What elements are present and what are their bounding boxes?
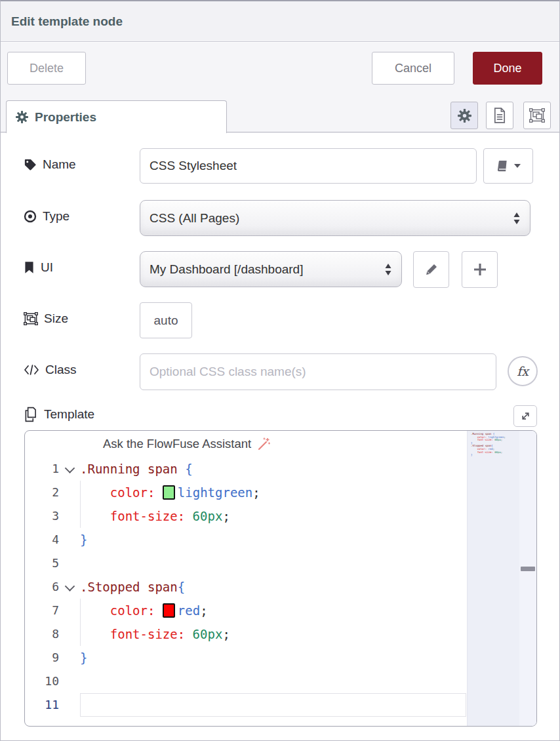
expand-icon [521, 411, 530, 421]
size-label: Size [24, 311, 68, 326]
copy-icon [24, 407, 38, 422]
fold-gutter [59, 670, 80, 693]
type-select-value: CSS (All Pages) [150, 211, 239, 226]
code-token [80, 485, 110, 500]
editor-line[interactable]: 10 [25, 670, 536, 693]
editor-minimap[interactable]: .Running span { color: lightgreen; font-… [467, 431, 519, 726]
assistant-banner[interactable]: Ask the FlowFuse Assistant [25, 431, 536, 457]
editor-line[interactable]: 2 color: lightgreen; [25, 481, 536, 504]
fold-gutter [59, 504, 80, 528]
code-text[interactable]: .Running span { [80, 457, 466, 481]
code-text[interactable]: font-size: 60px; [80, 504, 466, 528]
code-text[interactable]: color: red; [80, 599, 466, 622]
editor-line[interactable]: 9} [25, 646, 536, 670]
name-label: Name [24, 157, 76, 172]
editor-line[interactable]: 8 font-size: 60px; [25, 622, 536, 646]
line-number: 11 [25, 693, 59, 717]
fold-gutter [59, 528, 80, 551]
editor-line[interactable]: 3 font-size: 60px; [25, 504, 536, 528]
dialog-header: Edit template node [1, 1, 559, 42]
code-token: { [178, 580, 185, 594]
delete-button[interactable]: Delete [7, 52, 86, 85]
tab-row: Properties [1, 97, 559, 133]
tag-icon [24, 158, 37, 171]
line-number: 8 [25, 622, 59, 646]
code-token: font-size: [110, 627, 185, 641]
code-text[interactable]: } [80, 528, 466, 551]
code-text[interactable] [80, 693, 466, 717]
editor-line[interactable]: 6.Stopped span{ [25, 575, 536, 599]
object-group-icon [529, 108, 545, 123]
ui-select[interactable]: My Dashboard [/dashboard] [140, 251, 402, 287]
edit-ui-button[interactable] [413, 251, 449, 288]
line-number: 7 [25, 599, 59, 622]
code-text[interactable] [80, 670, 466, 693]
select-updown-icon [384, 263, 392, 276]
tab-properties-label: Properties [35, 110, 96, 125]
code-text[interactable]: .Stopped span{ [80, 575, 466, 599]
class-label: Class [24, 363, 77, 377]
ui-label: UI [24, 260, 53, 275]
code-token: 60px [193, 509, 223, 523]
description-tab-button[interactable] [486, 102, 513, 129]
line-number: 6 [25, 575, 59, 599]
bookmark-icon [24, 261, 35, 274]
code-token: ; [200, 603, 207, 618]
fold-chevron-icon[interactable] [59, 457, 80, 481]
code-token: ; [222, 627, 230, 641]
label-options-button[interactable] [483, 148, 533, 184]
gear-icon [16, 111, 28, 123]
editor-scrollbar[interactable] [519, 431, 536, 726]
color-swatch[interactable] [163, 603, 175, 618]
fold-gutter [59, 599, 80, 622]
done-button[interactable]: Done [473, 52, 542, 85]
code-text[interactable]: font-size: 60px; [80, 622, 466, 646]
expand-editor-button[interactable] [513, 405, 537, 427]
fold-chevron-icon[interactable] [59, 575, 80, 599]
code-token: ; [252, 485, 260, 500]
edit-template-node-dialog: Edit template node Delete Cancel Done Pr… [0, 0, 560, 741]
object-group-icon [24, 312, 38, 325]
line-number: 2 [25, 481, 59, 504]
code-token: } [80, 651, 87, 665]
size-button[interactable]: auto [140, 302, 192, 338]
fold-gutter [59, 646, 80, 670]
editor-line[interactable]: 4} [25, 528, 536, 551]
add-ui-button[interactable] [462, 251, 498, 288]
type-select[interactable]: CSS (All Pages) [140, 200, 530, 236]
code-token [80, 603, 110, 618]
magic-wand-icon [256, 437, 271, 451]
dialog-title: Edit template node [11, 14, 123, 29]
caret-down-icon [514, 164, 521, 168]
fold-gutter [59, 693, 80, 717]
template-label: Template [24, 407, 94, 422]
cancel-button[interactable]: Cancel [372, 52, 454, 85]
code-text[interactable] [80, 551, 466, 575]
tab-properties[interactable]: Properties [6, 100, 227, 133]
code-token: .Stopped span [80, 580, 178, 594]
editor-line[interactable]: 1.Running span { [25, 457, 536, 481]
properties-tab-button[interactable] [450, 102, 478, 129]
template-code-editor[interactable]: Ask the FlowFuse Assistant 1.Running spa… [24, 430, 537, 727]
code-text[interactable]: } [80, 646, 466, 670]
editor-lines[interactable]: 1.Running span {2 color: lightgreen;3 fo… [25, 457, 536, 717]
code-token: { [185, 462, 192, 476]
editor-line[interactable]: 11 [25, 693, 536, 717]
code-text[interactable]: color: lightgreen; [80, 481, 466, 504]
assistant-label: Ask the FlowFuse Assistant [103, 437, 251, 451]
editor-line[interactable]: 7 color: red; [25, 599, 536, 622]
code-token: red [178, 603, 200, 618]
class-input[interactable] [140, 353, 496, 390]
editor-line[interactable]: 5 [25, 551, 536, 575]
name-input[interactable] [140, 148, 477, 184]
scrollbar-thumb[interactable] [521, 567, 535, 571]
fx-button[interactable]: fx [508, 356, 538, 386]
code-token [155, 603, 162, 618]
dot-circle-icon [24, 210, 37, 223]
line-number: 1 [25, 457, 59, 481]
appearance-tab-button[interactable] [523, 102, 551, 129]
color-swatch[interactable] [163, 485, 175, 500]
fold-gutter [59, 481, 80, 504]
code-token [80, 627, 110, 641]
type-label: Type [24, 209, 70, 224]
